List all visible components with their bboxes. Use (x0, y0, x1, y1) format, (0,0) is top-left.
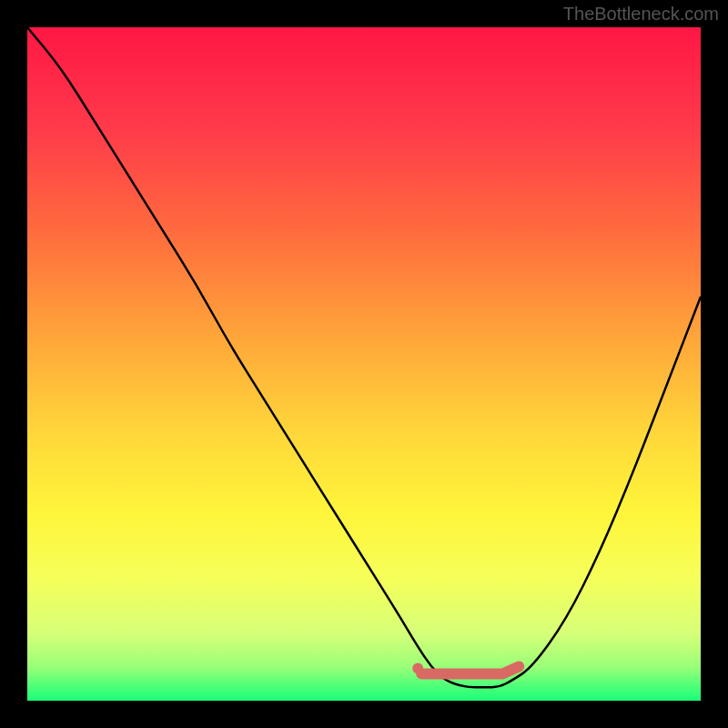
optimal-band (27, 27, 701, 701)
watermark-text: TheBottleneck.com (563, 4, 719, 25)
plot-area (27, 27, 701, 701)
